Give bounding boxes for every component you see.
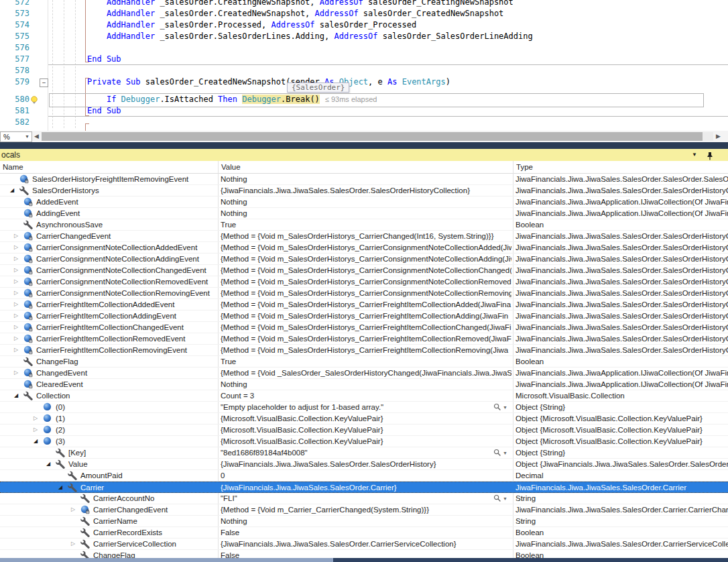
collapsed-arrow-icon[interactable]: ▷ [12,322,20,333]
locals-table-row[interactable]: CarrierAccountNo"FLI"▼String [0,493,728,504]
window-position-chevron-icon[interactable]: ▼ [692,149,697,161]
variable-value[interactable]: {Method = {Void m_SalesOrderHistorys_Car… [221,333,511,344]
variable-value[interactable]: "FLI" [221,493,511,504]
locals-table-row[interactable]: ◢(3){Microsoft.VisualBasic.Collection.Ke… [0,436,728,447]
variable-value[interactable]: {Method = {Void m_SalesOrderHistorys_Car… [221,242,511,253]
locals-table-row[interactable]: ▷CarrierConsignmentNoteCollectionAddingE… [0,254,728,265]
locals-table-row[interactable]: ▷CarrierChangedEvent{Method = {Void m_Sa… [0,231,728,242]
variable-value[interactable]: {Method = {Void m_SalesOrderHistorys_Car… [221,322,511,333]
column-header-name[interactable]: Name [3,161,23,173]
variable-value[interactable]: {JiwaFinancials.Jiwa.JiwaSales.SalesOrde… [221,539,511,549]
locals-table-row[interactable]: AddedEventNothingJiwaFinancials.Jiwa.Jiw… [0,196,728,208]
code-line[interactable]: 576 [0,42,728,54]
locals-table-row[interactable]: ChangeFlagTrueBoolean [0,356,728,368]
collapse-region-icon[interactable]: − [40,78,48,87]
code-line[interactable]: 574 AddHandler _salesOrder.Processed, Ad… [0,19,728,31]
chevron-down-icon[interactable]: ▼ [25,132,29,142]
magnifier-visualizer-button[interactable]: ▼ [493,449,512,457]
code-line[interactable]: 580 If Debugger.IsAttached Then Debugger… [0,94,728,105]
locals-table-row[interactable]: CarrierRecordExistsFalseBoolean [0,527,728,539]
locals-table-row[interactable]: ▷(1){Microsoft.VisualBasic.Collection.Ke… [0,413,728,425]
code-line[interactable]: 578 [0,65,728,76]
variable-value[interactable]: Nothing [221,516,511,526]
variable-value[interactable]: {Microsoft.VisualBasic.Collection.KeyVal… [221,425,511,435]
locals-table-row[interactable]: ▷CarrierFreightItemCollectionChangedEven… [0,322,728,333]
locals-table-row[interactable]: (0)"Empty placeholder to adjust for 1-ba… [0,402,728,413]
expanded-arrow-icon[interactable]: ◢ [44,459,52,469]
locals-table-row[interactable]: ◢Value{JiwaFinancials.Jiwa.JiwaSales.Sal… [0,459,728,470]
code-line[interactable]: 579−Private Sub salesOrder_CreatedNewSna… [0,76,728,88]
locals-table-row[interactable]: ▷CarrierConsignmentNoteCollectionRemovin… [0,288,728,299]
locals-table-row[interactable]: [Key]"8ed1686f89184af4b008"▼Object {Stri… [0,447,728,459]
variable-value[interactable]: Nothing [221,208,511,219]
locals-table-row[interactable]: ClearedEventNothingJiwaFinancials.Jiwa.J… [0,379,728,390]
collapsed-arrow-icon[interactable]: ▷ [12,231,20,241]
locals-table-row[interactable]: AsynchronousSaveTrueBoolean [0,219,728,231]
collapsed-arrow-icon[interactable]: ▷ [32,425,40,435]
variable-value[interactable]: {JiwaFinancials.Jiwa.JiwaSales.SalesOrde… [221,185,511,196]
code-line[interactable]: 575 AddHandler _salesOrder.SalesOrderLin… [0,31,728,42]
zoom-select[interactable]: % ▼ [0,131,32,142]
locals-table-row[interactable]: CarrierNameNothingString [0,516,728,527]
variable-value[interactable]: {Method = {Void m_SalesOrderHistorys_Car… [221,345,511,355]
variable-value[interactable]: {Method = {Void m_SalesOrderHistorys_Car… [221,265,511,276]
locals-table-row[interactable]: ▷CarrierServiceCollection{JiwaFinancials… [0,539,728,550]
variable-value[interactable]: {Microsoft.VisualBasic.Collection.KeyVal… [221,413,511,424]
locals-table-row[interactable]: ▷CarrierFreightItemCollectionAddedEvent{… [0,299,728,311]
code-line[interactable]: 581End Sub [0,105,728,117]
column-header-type[interactable]: Type [516,161,533,173]
variable-value[interactable]: True [221,219,511,230]
variable-value[interactable]: {JiwaFinancials.Jiwa.JiwaSales.SalesOrde… [221,482,511,493]
expanded-arrow-icon[interactable]: ◢ [56,482,64,493]
scrollbar-thumb[interactable] [42,132,703,141]
variable-value[interactable]: 0 [221,470,511,481]
locals-table-row[interactable]: SalesOrderHistoryFreightItemRemovingEven… [0,174,728,185]
collapsed-arrow-icon[interactable]: ▷ [12,345,20,355]
expanded-arrow-icon[interactable]: ◢ [32,436,40,447]
code-line[interactable]: 573 AddHandler _salesOrder.CreatedNewSna… [0,8,728,19]
variable-value[interactable]: {JiwaFinancials.Jiwa.JiwaSales.SalesOrde… [221,459,511,469]
locals-table-row[interactable]: ▷ChangedEvent{Method = {Void _SalesOrder… [0,368,728,379]
variable-value[interactable]: Nothing [221,174,511,184]
locals-table-row[interactable]: ▷(2){Microsoft.VisualBasic.Collection.Ke… [0,425,728,436]
variable-value[interactable]: True [221,356,511,367]
variable-value[interactable]: {Method = {Void m_SalesOrderHistorys_Car… [221,311,511,321]
code-line[interactable]: 572 AddHandler _salesOrder.CreatingNewSn… [0,0,728,8]
variable-value[interactable]: {Microsoft.VisualBasic.Collection.KeyVal… [221,436,511,447]
collapsed-arrow-icon[interactable]: ▷ [12,299,20,310]
column-header-value[interactable]: Value [221,161,241,173]
collapsed-arrow-icon[interactable]: ▷ [12,276,20,287]
code-line[interactable]: 577End Sub [0,54,728,65]
collapsed-arrow-icon[interactable]: ▷ [12,254,20,264]
code-editor[interactable]: 572 AddHandler _salesOrder.CreatingNewSn… [0,0,728,131]
magnifier-visualizer-button[interactable]: ▼ [493,494,512,503]
variable-value[interactable]: {Method = {Void m_SalesOrderHistorys_Car… [221,288,511,298]
locals-horizontal-scrollbar[interactable] [0,558,728,562]
variable-value[interactable]: {Method = {Void m_SalesOrderHistorys_Car… [221,231,511,241]
collapsed-arrow-icon[interactable]: ▷ [12,368,20,378]
variable-value[interactable]: Nothing [221,196,511,207]
expanded-arrow-icon[interactable]: ◢ [12,390,20,401]
locals-table-row[interactable]: AddingEventNothingJiwaFinancials.Jiwa.Ji… [0,208,728,219]
collapsed-arrow-icon[interactable]: ▷ [69,539,77,549]
locals-table-row[interactable]: ▷CarrierFreightItemCollectionRemovingEve… [0,345,728,356]
variable-value[interactable]: "8ed1686f89184af4b008" [221,447,511,458]
collapsed-arrow-icon[interactable]: ▷ [12,288,20,298]
locals-table-row[interactable]: AmountPaid0Decimal [0,470,728,482]
collapsed-arrow-icon[interactable]: ▷ [32,413,40,424]
locals-table-row[interactable]: ◢CollectionCount = 3Microsoft.VisualBasi… [0,390,728,402]
code-line[interactable]: 582 [0,117,728,128]
variable-value[interactable]: "Empty placeholder to adjust for 1-based… [221,402,511,412]
variable-value[interactable]: Count = 3 [221,390,511,401]
collapsed-arrow-icon[interactable]: ▷ [12,311,20,321]
expanded-arrow-icon[interactable]: ◢ [8,185,16,196]
collapsed-arrow-icon[interactable]: ▷ [12,333,20,344]
collapsed-arrow-icon[interactable]: ▷ [12,242,20,253]
variable-value[interactable]: {Method = {Void _SalesOrder_SalesOrderHi… [221,368,511,378]
locals-table-row[interactable]: ▷CarrierChangedEvent{Method = {Void m_Ca… [0,504,728,516]
locals-table-row[interactable]: ▷CarrierConsignmentNoteCollectionChanged… [0,265,728,276]
collapsed-arrow-icon[interactable]: ▷ [69,504,77,515]
variable-value[interactable]: {Method = {Void m_SalesOrderHistorys_Car… [221,254,511,264]
locals-table-row[interactable]: ◢SalesOrderHistorys{JiwaFinancials.Jiwa.… [0,185,728,196]
variable-value[interactable]: {Method = {Void m_SalesOrderHistorys_Car… [221,299,511,310]
